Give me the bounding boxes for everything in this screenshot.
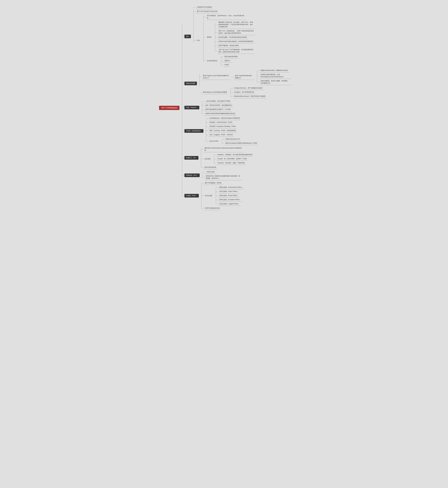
startups-item: ConfigureServices：用于注册服务到容器中 — [233, 86, 264, 90]
mw-item: UseMiddleware：通过在Configure中调用启用 — [208, 117, 241, 120]
node-pipeline[interactable]: 管道（Pipeline） — [184, 106, 199, 109]
intro-item: 开源的跨平台开发框架 — [196, 6, 213, 9]
flex-item: 中间件 — [224, 63, 230, 67]
pipeline-item: 包含一系列中间件组件，按注册顺序执行 — [204, 104, 233, 107]
di-item: 是IOC的具体实现 — [203, 166, 217, 169]
life-item: Scoped：每一次Web请求，返回同一个实例 — [216, 157, 248, 161]
node-intro[interactable]: 简介 — [184, 35, 191, 38]
node-features: 特点 — [196, 39, 201, 42]
node-common-filters: 常见过滤器 — [204, 194, 213, 197]
node-middleware[interactable]: 中间件（MiddelWare） — [184, 129, 203, 133]
pipeline-item: 请求可被选择逐步传递到下一个中间件 — [204, 108, 232, 111]
filter-item: 属于AOP编程的一种实现 — [204, 181, 223, 185]
di-item: 通过Microsoft.Extensions.DependencyInjecti… — [203, 146, 243, 152]
life-item: Singleton：单例模式，每个服务请求返回相同的实例 — [216, 153, 253, 157]
startups-item: IWebHostEnvironment：实现不同环境下的配置 — [233, 95, 267, 98]
node-lifecycle: 生命周期 — [203, 157, 211, 161]
mw-item: 身份验证（Authentication）中间件 — [208, 121, 233, 124]
perf-item: 使用JIT编译器，优化执行速度 — [217, 44, 240, 47]
perf-item: 重新编写了底层代码，设计架构，采用了更小、更轻量级的框架模式，只包含应用程序的核… — [217, 21, 255, 29]
perf-item: 优化了GC（垃圾回收器），使用了并发和低延迟的回收算法，减少回收过程的暂停时间 — [217, 29, 255, 35]
filter-type: 结果过滤器（Result Filters） — [218, 194, 240, 197]
node-di[interactable]: 依赖注入（DI） — [184, 156, 199, 160]
perf-item: 采用Kestrel作为默认服务器，比IIS的处理性能更强大 — [217, 40, 255, 43]
node-flex: 灵活性和模块化 — [206, 59, 218, 63]
intro-item: 基于.Net Standard Library实现 — [196, 10, 218, 13]
node-custom-mw: 自定义中间件 — [208, 140, 219, 143]
life-item: Transient：每次请求，创建一个新的实例 — [216, 161, 246, 165]
builder-item: 设置启动配置：如命令行参数、环境变量、JSON配置文件 — [259, 79, 292, 85]
filter-type: 动作过滤器（Action Filters） — [218, 190, 240, 193]
ioc-item: 一种设计思想 — [205, 170, 216, 174]
feature-cross: 跨平台兼容性：支持Windows、Linux、macOS等操作系统 — [206, 14, 246, 20]
filter-type: 授权过滤器（Authorization Filters） — [218, 186, 244, 189]
mw-item: 缓存（Caching）中间件：提供响应缓存 — [208, 129, 237, 133]
ioc-item: 原来由开发人员通过New创建对象改为由容器统一管理创建，通过DI注入 — [205, 174, 242, 180]
filter-type: 异常过滤器（Exception Filters） — [218, 198, 242, 202]
custom-mw-item: 实现InvokeAsync方法 — [224, 137, 241, 141]
filter-item: 作用于控制器动作前后 — [204, 206, 221, 210]
startup-main: 通过Program.cs文件中的Main函数作为启动入口 — [202, 74, 230, 80]
perf-item: .NET 6以上加入了AOT编译机制，可以预先编译应用程序，提高启动时间和执行性… — [217, 48, 255, 54]
flex-item: 依赖注入 — [224, 59, 232, 63]
filter-type: 日志过滤器（Logging Filters） — [218, 202, 241, 206]
perf-item: 支持异步编程，可以同时处理更多并发请求 — [217, 36, 248, 39]
startup-startups: 通过Startups.cs文件初始化应用配置 — [202, 90, 228, 94]
builder-item: 创建IHostBuilder实例，构建WebHost宿主 — [259, 69, 289, 72]
pipeline-item: 一种中间件模型，用于处理HTTP请求 — [204, 100, 231, 103]
node-startup[interactable]: 项目启动流程 — [184, 82, 197, 85]
builder-item: 添加默认服务到服务集，比如IHostApplicationLifetime和IO… — [259, 73, 292, 79]
node-ioc[interactable]: 控制反转（IOC） — [184, 173, 200, 177]
flex-item: 通过Nuget添加依赖 — [224, 55, 239, 58]
mindmap-canvas: .NET CORE基础知识 简介 开源的跨平台开发框架 基于.Net Stand… — [157, 0, 292, 218]
mw-item: 日志（Logging）中间件：记录日志 — [208, 133, 234, 137]
node-perf: 高性能 — [206, 36, 212, 39]
startup-builder: 通过CreateDefaultBuilder构建站点 — [234, 74, 254, 80]
pipeline-item: 这种设计使得应用程序构建更加模块化和灵活 — [204, 112, 236, 116]
node-filter[interactable]: 过滤器（Filter） — [184, 194, 199, 197]
mw-item: 异常处理（Exception Handling）中间件 — [208, 125, 237, 128]
startups-item: Configure：用于设置请求管道 — [233, 90, 255, 94]
root-node[interactable]: .NET CORE基础知识 — [159, 106, 180, 110]
custom-mw-item: 通过在Configure中调用UseMiddleware<T>使用 — [224, 142, 258, 145]
